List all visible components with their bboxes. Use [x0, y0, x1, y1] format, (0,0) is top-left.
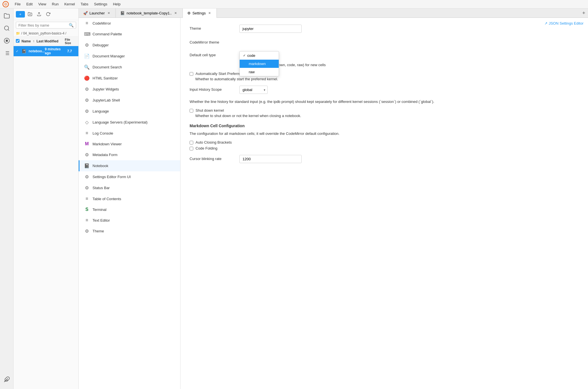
- sidebar-item-language[interactable]: ⚙ Language: [79, 106, 180, 117]
- auto-start-kernel-checkbox[interactable]: [190, 72, 193, 76]
- auto-closing-brackets-row: Auto Closing Brackets: [190, 140, 579, 144]
- sidebar-item-notebook[interactable]: 📓 Notebook: [79, 160, 180, 171]
- sidebar-item-language-servers[interactable]: ◇ Language Servers (Experimental): [79, 117, 180, 128]
- cell-type-option-raw[interactable]: raw: [240, 68, 279, 76]
- json-settings-editor-link[interactable]: ↗ JSON Settings Editor: [544, 21, 583, 25]
- auto-closing-brackets-label: Auto Closing Brackets: [196, 140, 232, 144]
- input-history-scope-select[interactable]: global session: [239, 86, 268, 94]
- shut-down-kernel-row: Shut down kernel: [190, 108, 579, 113]
- menu-run[interactable]: Run: [50, 1, 61, 7]
- cursor-blinking-rate-label: Cursor blinking rate: [190, 155, 235, 161]
- code-folding-checkbox[interactable]: [190, 147, 193, 150]
- menu-edit[interactable]: Edit: [24, 1, 35, 7]
- sidebar-item-metadata-form[interactable]: ⚙ Metadata Form: [79, 149, 180, 160]
- theme-control: [239, 25, 579, 33]
- sidebar-item-markdown-viewer[interactable]: M Markdown Viewer: [79, 139, 180, 149]
- settings-area: ≡ CodeMirror ⌨ Command Palette ⚙ Debugge…: [79, 18, 588, 389]
- new-tab-button[interactable]: +: [580, 8, 588, 18]
- menu-view[interactable]: View: [36, 1, 48, 7]
- tab-notebook-close[interactable]: ✕: [173, 11, 178, 15]
- menu-help[interactable]: Help: [111, 1, 123, 7]
- shut-down-kernel-label: Shut down kernel: [196, 108, 224, 113]
- tab-launcher[interactable]: 🚀 Launcher ✕: [79, 8, 116, 18]
- codemirror-theme-label: CodeMirror theme: [190, 38, 235, 44]
- menu-tabs[interactable]: Tabs: [78, 1, 91, 7]
- default-cell-type-row: Default cell type ✓ code markdown: [190, 51, 579, 57]
- table-of-contents-icon: ≡: [84, 196, 90, 201]
- search-box[interactable]: 🔍: [16, 22, 76, 29]
- cell-type-option-code[interactable]: ✓ code: [240, 51, 279, 60]
- menu-file[interactable]: File: [12, 1, 23, 7]
- sidebar-item-document-manager[interactable]: 📄 Document Manager: [79, 51, 180, 62]
- input-history-scope-row: Input History Scope global session ▾: [190, 86, 579, 94]
- list-icon[interactable]: [2, 48, 12, 58]
- file-modified: 9 minutes ago: [45, 47, 67, 55]
- sidebar-item-jupyter-widgets[interactable]: ⚙ Jupyter Widgets: [79, 84, 180, 95]
- sidebar-item-terminal[interactable]: S Terminal: [79, 204, 180, 215]
- cursor-blinking-rate-input[interactable]: [239, 155, 302, 163]
- input-history-scope-control: global session ▾: [239, 86, 579, 94]
- language-servers-icon: ◇: [84, 120, 90, 125]
- debugger-icon: ⚙: [84, 42, 90, 48]
- tab-launcher-close[interactable]: ✕: [106, 11, 111, 15]
- settings-sidebar: ≡ CodeMirror ⌨ Command Palette ⚙ Debugge…: [79, 18, 181, 389]
- upload-file-button[interactable]: [35, 10, 43, 18]
- search-input[interactable]: [18, 23, 69, 27]
- cell-type-dropdown[interactable]: ✓ code markdown raw: [239, 51, 279, 76]
- sidebar-item-codemirror[interactable]: ≡ CodeMirror: [79, 18, 180, 29]
- tab-notebook[interactable]: 📓 notebook_template-Copy1.. ✕: [116, 8, 183, 18]
- sidebar-item-document-search[interactable]: 🔍 Document Search: [79, 62, 180, 73]
- new-button[interactable]: +: [16, 11, 25, 18]
- input-history-scope-wrapper: global session ▾: [239, 86, 268, 94]
- status-bar-icon: ⚙: [84, 185, 90, 191]
- select-all-checkbox[interactable]: [16, 39, 20, 43]
- file-toolbar: +: [14, 8, 78, 20]
- svg-line-2: [8, 29, 9, 31]
- sidebar-item-html-sanitizer[interactable]: 🔴 HTML Sanitizer: [79, 73, 180, 84]
- menu-bar: File Edit View Run Kernel Tabs Settings …: [0, 0, 588, 8]
- metadata-form-icon: ⚙: [84, 152, 90, 157]
- theme-input[interactable]: [239, 25, 302, 33]
- upload-folder-button[interactable]: [26, 10, 34, 18]
- sidebar-item-command-palette[interactable]: ⌨ Command Palette: [79, 29, 180, 40]
- document-manager-icon: 📄: [84, 53, 90, 59]
- folder-icon[interactable]: [2, 11, 12, 21]
- activity-bar: [0, 8, 14, 389]
- auto-closing-brackets-checkbox[interactable]: [190, 141, 193, 144]
- sidebar-item-debugger[interactable]: ⚙ Debugger: [79, 40, 180, 51]
- file-table: Name ↑ Last Modified File Size ✓ 📓 noteb…: [14, 37, 78, 389]
- file-panel: + 🔍: [14, 8, 79, 389]
- sidebar-item-settings-editor-form[interactable]: ⚙ Settings Editor Form UI: [79, 171, 180, 182]
- theme-label: Theme: [190, 25, 235, 31]
- sidebar-item-jupyterlab-shell[interactable]: ⚙ JupyterLab Shell: [79, 95, 180, 106]
- cell-type-option-markdown[interactable]: markdown: [240, 60, 279, 68]
- tab-notebook-label: notebook_template-Copy1..: [126, 11, 172, 15]
- search-icon[interactable]: [2, 23, 12, 33]
- sidebar-item-theme[interactable]: ⚙ Theme: [79, 226, 180, 237]
- sidebar-item-table-of-contents[interactable]: ≡ Table of Contents: [79, 193, 180, 204]
- tab-bar: 🚀 Launcher ✕ 📓 notebook_template-Copy1..…: [79, 8, 588, 18]
- jupyter-widgets-icon: ⚙: [84, 87, 90, 92]
- notebook-file-icon: 📓: [22, 49, 26, 53]
- shut-down-kernel-checkbox[interactable]: [190, 109, 193, 113]
- puzzle-icon[interactable]: [2, 374, 12, 384]
- sidebar-item-log-console[interactable]: ≡ Log Console: [79, 128, 180, 139]
- name-column-header: Name ↑: [22, 39, 37, 43]
- notebook-settings-icon: 📓: [84, 163, 90, 168]
- main-area: 🚀 Launcher ✕ 📓 notebook_template-Copy1..…: [79, 8, 588, 389]
- shut-down-kernel-desc: Whether to shut down or not the kernel w…: [190, 114, 579, 118]
- menu-kernel[interactable]: Kernel: [62, 1, 77, 7]
- menu-settings[interactable]: Settings: [92, 1, 110, 7]
- tab-settings[interactable]: ⚙ Settings ✕: [183, 8, 217, 18]
- check-mark-icon: ✓: [243, 54, 246, 57]
- text-editor-icon: ≡: [84, 218, 90, 223]
- table-row[interactable]: ✓ 📓 noteboo... 9 minutes ago 7.7: [14, 46, 78, 56]
- sidebar-item-text-editor[interactable]: ≡ Text Editor: [79, 215, 180, 226]
- circle-stop-icon[interactable]: [2, 36, 12, 46]
- search-magnifier-icon: 🔍: [69, 23, 74, 27]
- html-sanitizer-icon: 🔴: [84, 75, 90, 81]
- sidebar-item-status-bar[interactable]: ⚙ Status Bar: [79, 182, 180, 193]
- refresh-button[interactable]: [44, 10, 52, 18]
- size-column-header: File Size: [65, 38, 76, 45]
- tab-settings-close[interactable]: ✕: [207, 11, 212, 15]
